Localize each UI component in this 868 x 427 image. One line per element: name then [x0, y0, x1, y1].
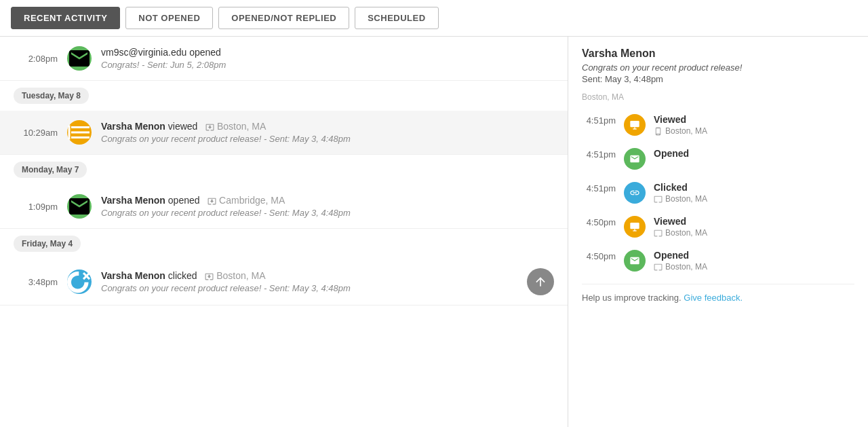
activity-time: 2:08pm — [14, 54, 58, 64]
main-content: 2:08pm vm9sc@virginia.edu opened Congrat… — [0, 37, 868, 427]
detail-info: Opened Boston, MA — [654, 250, 854, 272]
activity-location: Cambridge, MA — [208, 195, 285, 206]
day-separator: Monday, May 7 — [0, 155, 568, 185]
detail-sub: Boston, MA — [654, 262, 854, 272]
activity-subtitle: Congrats! - Sent: Jun 5, 2:08pm — [101, 60, 554, 70]
contact-sent: Sent: May 3, 4:48pm — [582, 74, 854, 84]
detail-time: 4:50pm — [582, 250, 616, 261]
activity-time: 10:29am — [14, 128, 58, 138]
detail-action: Viewed — [654, 216, 854, 227]
detail-event: 4:50pm Opened Boston, MA — [582, 250, 854, 272]
feedback-link[interactable]: Give feedback. — [684, 293, 743, 303]
mail-icon — [67, 46, 92, 71]
activity-text: Varsha Menon opened Cambridge, MA Congra… — [101, 195, 554, 218]
activity-subtitle: Congrats on your recent product release!… — [101, 134, 554, 144]
left-panel: 2:08pm vm9sc@virginia.edu opened Congrat… — [0, 37, 568, 427]
detail-info: Clicked Boston, MA — [654, 182, 854, 204]
view-icon — [624, 216, 646, 238]
detail-sub: Boston, MA — [654, 194, 854, 204]
detail-info: Viewed Boston, MA — [654, 114, 854, 136]
detail-event: 4:51pm Opened — [582, 148, 854, 170]
detail-info: Viewed Boston, MA — [654, 216, 854, 238]
scroll-top-button[interactable] — [527, 268, 554, 295]
right-panel: Varsha Menon Congrats on your recent pro… — [568, 37, 868, 427]
detail-action: Clicked — [654, 182, 854, 193]
mail-icon — [624, 148, 646, 170]
contact-name: Varsha Menon — [582, 48, 854, 60]
activity-title: Varsha Menon viewed Boston, MA — [101, 121, 554, 132]
activity-time: 1:09pm — [14, 202, 58, 212]
detail-info: Opened — [654, 148, 854, 159]
view-icon — [624, 114, 646, 136]
detail-time: 4:51pm — [582, 148, 616, 160]
day-badge: Tuesday, May 8 — [14, 88, 89, 104]
detail-time: 4:50pm — [582, 216, 616, 227]
activity-item[interactable]: 3:48pm Varsha Menon clicked Boston, MA C… — [0, 259, 568, 305]
app-container: RECENT ACTIVITY NOT OPENED OPENED/NOT RE… — [0, 0, 868, 427]
activity-title: vm9sc@virginia.edu opened — [101, 47, 554, 58]
activity-text: Varsha Menon clicked Boston, MA Congrats… — [101, 270, 517, 293]
mail-icon — [67, 194, 92, 219]
view-icon — [67, 120, 92, 145]
tab-scheduled[interactable]: SCHEDULED — [355, 7, 438, 29]
tab-not-opened[interactable]: NOT OPENED — [125, 7, 213, 29]
tab-bar: RECENT ACTIVITY NOT OPENED OPENED/NOT RE… — [0, 0, 868, 37]
detail-event: 4:51pm Clicked Boston, MA — [582, 182, 854, 204]
detail-sub: Boston, MA — [654, 126, 854, 136]
contact-subject: Congrats on your recent product release! — [582, 62, 854, 73]
prev-location: Boston, MA — [582, 92, 854, 105]
click-icon — [624, 182, 646, 204]
mail-icon — [624, 250, 646, 272]
detail-action: Opened — [654, 148, 854, 159]
svg-rect-0 — [68, 126, 71, 140]
feedback-text: Help us improve tracking. — [582, 293, 682, 303]
activity-location: Boston, MA — [205, 270, 265, 281]
detail-event: 4:51pm Viewed Boston, MA — [582, 114, 854, 136]
detail-time: 4:51pm — [582, 114, 616, 126]
activity-item[interactable]: 2:08pm vm9sc@virginia.edu opened Congrat… — [0, 37, 568, 81]
tab-opened-not-replied[interactable]: OPENED/NOT REPLIED — [218, 7, 349, 29]
activity-subtitle: Congrats on your recent product release!… — [101, 208, 554, 218]
activity-location: Boston, MA — [205, 121, 266, 132]
activity-title: Varsha Menon clicked Boston, MA — [101, 270, 517, 281]
detail-sub: Boston, MA — [654, 228, 854, 238]
activity-item[interactable]: 1:09pm Varsha Menon opened Cambridge, MA… — [0, 185, 568, 229]
activity-text: vm9sc@virginia.edu opened Congrats! - Se… — [101, 47, 554, 70]
activity-time: 3:48pm — [14, 277, 58, 287]
svg-rect-1 — [630, 121, 639, 127]
day-separator: Friday, May 4 — [0, 229, 568, 259]
tab-recent-activity[interactable]: RECENT ACTIVITY — [11, 7, 120, 29]
day-badge: Monday, May 7 — [14, 162, 87, 178]
activity-item[interactable]: 10:29am Varsha Menon viewed Boston, MA C… — [0, 111, 568, 155]
activity-title: Varsha Menon opened Cambridge, MA — [101, 195, 554, 206]
detail-action: Opened — [654, 250, 854, 261]
click-icon — [67, 270, 92, 294]
detail-event: 4:50pm Viewed Boston, MA — [582, 216, 854, 238]
day-badge: Friday, May 4 — [14, 236, 81, 252]
detail-time: 4:51pm — [582, 182, 616, 193]
activity-subtitle: Congrats on your recent product release!… — [101, 283, 517, 293]
feedback-section: Help us improve tracking. Give feedback. — [582, 284, 854, 303]
detail-action: Viewed — [654, 114, 854, 125]
activity-text: Varsha Menon viewed Boston, MA Congrats … — [101, 121, 554, 144]
day-separator: Tuesday, May 8 — [0, 81, 568, 111]
svg-rect-4 — [630, 223, 639, 229]
